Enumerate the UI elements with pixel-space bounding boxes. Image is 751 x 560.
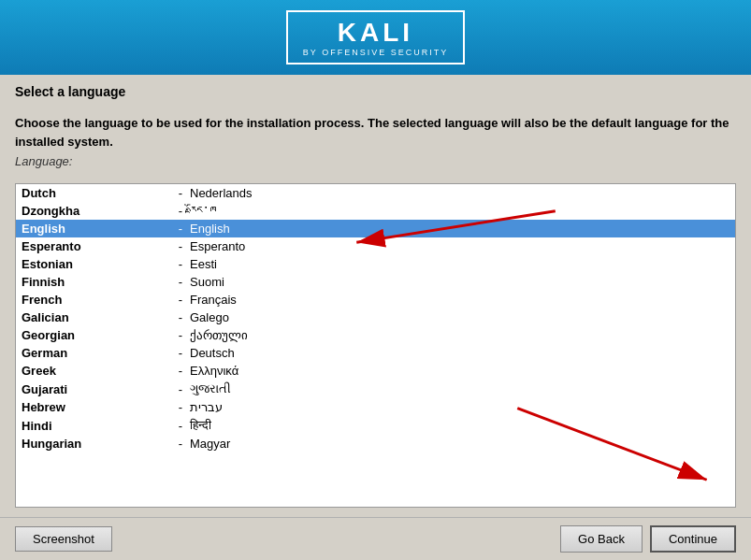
lang-name: Hungarian <box>22 437 171 451</box>
lang-name: Finnish <box>22 275 171 289</box>
lang-name: Gujarati <box>22 382 171 396</box>
table-row[interactable]: Hindi-हिन्दी <box>16 416 735 435</box>
lang-separator: - <box>171 346 190 360</box>
lang-native: Deutsch <box>190 346 729 360</box>
lang-name: Georgian <box>22 328 171 342</box>
lang-separator: - <box>171 328 190 342</box>
lang-separator: - <box>171 204 190 218</box>
kali-logo: KALI BY OFFENSIVE SECURITY <box>286 10 465 65</box>
lang-name: Estonian <box>22 257 171 271</box>
screenshot-button[interactable]: Screenshot <box>15 526 112 552</box>
lang-separator: - <box>171 275 190 289</box>
table-row[interactable]: Finnish-Suomi <box>16 273 735 291</box>
table-row[interactable]: Dutch-Nederlands <box>16 184 735 202</box>
table-row[interactable]: French-Français <box>16 291 735 309</box>
lang-separator: - <box>171 437 190 451</box>
language-list-container: Dutch-NederlandsDzongkha-རྫོང་ཁEnglish-E… <box>15 183 736 508</box>
lang-native: Magyar <box>190 437 729 451</box>
lang-name: Hindi <box>22 419 171 433</box>
lang-name: German <box>22 346 171 360</box>
table-row[interactable]: Galician-Galego <box>16 309 735 326</box>
table-row[interactable]: Hungarian-Magyar <box>16 435 735 452</box>
language-label: Language: <box>15 154 736 168</box>
lang-separator: - <box>171 257 190 271</box>
table-row[interactable]: Estonian-Eesti <box>16 255 735 273</box>
lang-name: Dutch <box>22 186 171 200</box>
lang-native: Français <box>190 293 729 307</box>
lang-separator: - <box>171 310 190 324</box>
table-row[interactable]: Esperanto-Esperanto <box>16 237 735 255</box>
lang-separator: - <box>171 186 190 200</box>
lang-native: English <box>190 222 729 236</box>
lang-native: རྫོང་ཁ <box>190 204 729 218</box>
instruction-text: Choose the language to be used for the i… <box>15 114 736 151</box>
footer-right: Go Back Continue <box>560 525 736 553</box>
instruction-bold: Choose the language to be used for the i… <box>15 116 729 149</box>
table-row[interactable]: Dzongkha-རྫོང་ཁ <box>16 202 735 220</box>
main-content: Select a language Choose the language to… <box>0 75 751 517</box>
lang-separator: - <box>171 419 190 433</box>
lang-name: Hebrew <box>22 400 171 414</box>
lang-native: Eesti <box>190 257 729 271</box>
lang-name: English <box>22 222 171 236</box>
lang-name: Esperanto <box>22 239 171 253</box>
lang-native: Nederlands <box>190 186 729 200</box>
table-row[interactable]: Gujarati-ગુજરાતી <box>16 380 735 398</box>
table-row[interactable]: German-Deutsch <box>16 344 735 362</box>
footer: Screenshot Go Back Continue <box>0 517 751 560</box>
lang-separator: - <box>171 382 190 396</box>
header: KALI BY OFFENSIVE SECURITY <box>0 0 751 75</box>
table-row[interactable]: Georgian-ქართული <box>16 326 735 344</box>
lang-separator: - <box>171 222 190 236</box>
lang-separator: - <box>171 400 190 414</box>
lang-separator: - <box>171 239 190 253</box>
lang-native: ગુજરાતી <box>190 381 729 396</box>
lang-separator: - <box>171 293 190 307</box>
section-title: Select a language <box>15 84 736 99</box>
lang-native: Suomi <box>190 275 729 289</box>
lang-name: Galician <box>22 310 171 324</box>
lang-native: Galego <box>190 310 729 324</box>
continue-button[interactable]: Continue <box>650 525 736 553</box>
lang-native: हिन्दी <box>190 418 729 433</box>
lang-native: Ελληνικά <box>190 364 729 378</box>
lang-name: French <box>22 293 171 307</box>
kali-subtitle: BY OFFENSIVE SECURITY <box>303 48 448 57</box>
lang-separator: - <box>171 364 190 378</box>
lang-native: עברית <box>190 400 729 414</box>
lang-name: Greek <box>22 364 171 378</box>
table-row[interactable]: Greek-Ελληνικά <box>16 362 735 380</box>
table-row[interactable]: Hebrew-עברית <box>16 398 735 416</box>
lang-name: Dzongkha <box>22 204 171 218</box>
language-list[interactable]: Dutch-NederlandsDzongkha-རྫོང་ཁEnglish-E… <box>16 184 735 507</box>
go-back-button[interactable]: Go Back <box>560 525 643 553</box>
instruction-box: Choose the language to be used for the i… <box>15 108 736 178</box>
lang-native: ქართული <box>190 328 729 342</box>
lang-native: Esperanto <box>190 239 729 253</box>
kali-title: KALI <box>303 18 448 48</box>
table-row[interactable]: English-English <box>16 220 735 237</box>
